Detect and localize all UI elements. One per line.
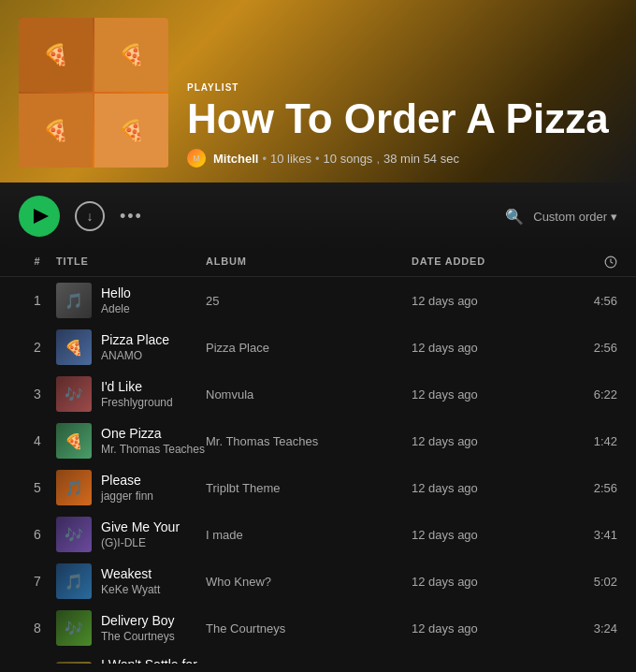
track-artist-1: Adele <box>101 302 131 315</box>
track-artist-7: KeKe Wyatt <box>101 583 160 596</box>
search-icon[interactable]: 🔍 <box>505 208 524 226</box>
tracks-list: 1 🎵 Hello Adele 25 12 days ago 4:56 2 🍕 … <box>0 277 636 664</box>
track-duration-8: 3:24 <box>561 621 617 635</box>
more-button[interactable]: ••• <box>120 207 143 226</box>
track-album-3: Nomvula <box>206 387 412 402</box>
track-info-6: 🎶 Give Me Your (G)I-DLE <box>56 517 206 552</box>
dot-2: • <box>315 152 320 166</box>
track-album-4: Mr. Thomas Teaches <box>206 434 412 448</box>
track-date-3: 12 days ago <box>412 387 561 402</box>
track-name-6: Give Me Your <box>101 519 180 534</box>
likes-count: 10 likes <box>270 152 311 166</box>
track-row[interactable]: 7 🎵 Weakest KeKe Wyatt Who Knew? 12 days… <box>0 558 636 605</box>
track-artist-3: Freshlyground <box>101 396 173 409</box>
track-num-2: 2 <box>19 340 56 355</box>
track-name-1: Hello <box>101 285 131 300</box>
play-button[interactable] <box>19 196 60 237</box>
avatar: M <box>187 149 206 168</box>
hero-section: 🍕 🍕 🍕 🍕 PLAYLIST How To Order A Pizza M … <box>0 0 636 183</box>
track-info-7: 🎵 Weakest KeKe Wyatt <box>56 563 206 599</box>
track-text-5: Please jagger finn <box>101 473 153 503</box>
track-name-8: Delivery Boy <box>101 613 175 628</box>
pizza-cell-4: 🍕 <box>94 94 168 168</box>
track-num-4: 4 <box>19 433 56 448</box>
track-artist-2: ANAMO <box>101 349 169 362</box>
hero-info: PLAYLIST How To Order A Pizza M Mitchell… <box>187 82 609 168</box>
hero-meta: M Mitchell • 10 likes • 10 songs , 38 mi… <box>187 149 609 168</box>
download-button[interactable]: ↓ <box>75 201 105 231</box>
track-name-7: Weakest <box>101 566 160 581</box>
track-name-3: I'd Like <box>101 379 173 394</box>
track-name-5: Please <box>101 473 153 488</box>
track-num-1: 1 <box>19 293 56 308</box>
track-duration-7: 5:02 <box>561 575 617 589</box>
track-text-4: One Pizza Mr. Thomas Teaches <box>101 426 205 456</box>
track-duration-2: 2:56 <box>561 341 617 355</box>
track-row[interactable]: 3 🎶 I'd Like Freshlyground Nomvula 12 da… <box>0 371 636 417</box>
duration: 38 min 54 sec <box>383 152 459 166</box>
dot-3: , <box>376 152 380 166</box>
track-duration-4: 1:42 <box>561 434 617 448</box>
track-text-1: Hello Adele <box>101 285 131 315</box>
track-text-3: I'd Like Freshlyground <box>101 379 173 409</box>
pizza-cell-3: 🍕 <box>19 94 93 168</box>
header-title: TITLE <box>56 256 206 270</box>
track-thumb-7: 🎵 <box>56 563 92 599</box>
track-info-5: 🎵 Please jagger finn <box>56 470 206 505</box>
track-row[interactable]: 6 🎶 Give Me Your (G)I-DLE I made 12 days… <box>0 511 636 558</box>
track-thumb-3: 🎶 <box>56 376 92 412</box>
controls-right: 🔍 Custom order ▾ <box>505 208 617 226</box>
track-duration-1: 4:56 <box>561 294 617 308</box>
track-row[interactable]: 9 🎵 I Won't Settle for Less Maree McRae … <box>0 651 636 664</box>
track-name-9: I Won't Settle for Less <box>101 657 206 664</box>
track-num-3: 3 <box>19 387 56 402</box>
track-duration-5: 2:56 <box>561 481 617 495</box>
track-row[interactable]: 8 🎶 Delivery Boy The Courtneys The Court… <box>0 605 636 651</box>
track-date-8: 12 days ago <box>412 621 561 635</box>
track-info-3: 🎶 I'd Like Freshlyground <box>56 376 206 412</box>
track-duration-3: 6:22 <box>561 387 617 402</box>
dot-1: • <box>262 152 267 166</box>
track-thumb-2: 🍕 <box>56 329 92 365</box>
playlist-label: PLAYLIST <box>187 82 609 93</box>
track-date-6: 12 days ago <box>412 528 561 542</box>
track-num-5: 5 <box>19 480 56 495</box>
track-thumb-4: 🍕 <box>56 423 92 459</box>
track-album-1: 25 <box>206 294 412 308</box>
track-text-2: Pizza Place ANAMO <box>101 332 169 362</box>
playlist-title: How To Order A Pizza <box>187 98 609 139</box>
track-row[interactable]: 2 🍕 Pizza Place ANAMO Pizza Place 12 day… <box>0 324 636 371</box>
track-date-4: 12 days ago <box>412 434 561 448</box>
track-album-5: Triplbt Theme <box>206 481 412 495</box>
track-text-6: Give Me Your (G)I-DLE <box>101 519 180 549</box>
track-album-7: Who Knew? <box>206 575 412 589</box>
pizza-cell-1: 🍕 <box>19 18 93 92</box>
track-date-5: 12 days ago <box>412 481 561 495</box>
track-name-2: Pizza Place <box>101 332 169 347</box>
track-thumb-8: 🎶 <box>56 610 92 646</box>
username[interactable]: Mitchell <box>213 152 258 166</box>
track-text-8: Delivery Boy The Courtneys <box>101 613 175 643</box>
track-artist-4: Mr. Thomas Teaches <box>101 443 205 456</box>
header-album: ALBUM <box>206 256 412 270</box>
track-text-7: Weakest KeKe Wyatt <box>101 566 160 596</box>
track-duration-6: 3:41 <box>561 528 617 542</box>
custom-order-button[interactable]: Custom order ▾ <box>533 210 617 224</box>
track-row[interactable]: 4 🍕 One Pizza Mr. Thomas Teaches Mr. Tho… <box>0 417 636 464</box>
track-thumb-9: 🎵 <box>56 662 92 664</box>
custom-order-label: Custom order <box>533 210 607 224</box>
track-row[interactable]: 1 🎵 Hello Adele 25 12 days ago 4:56 <box>0 277 636 324</box>
track-artist-6: (G)I-DLE <box>101 536 180 549</box>
chevron-down-icon: ▾ <box>611 210 617 224</box>
track-date-1: 12 days ago <box>412 294 561 308</box>
track-info-1: 🎵 Hello Adele <box>56 283 206 318</box>
track-thumb-6: 🎶 <box>56 517 92 552</box>
track-name-4: One Pizza <box>101 426 205 441</box>
track-thumb-1: 🎵 <box>56 283 92 318</box>
track-info-4: 🍕 One Pizza Mr. Thomas Teaches <box>56 423 206 459</box>
track-row[interactable]: 5 🎵 Please jagger finn Triplbt Theme 12 … <box>0 464 636 511</box>
header-date: DATE ADDED <box>412 256 561 270</box>
track-thumb-5: 🎵 <box>56 470 92 505</box>
track-album-8: The Courtneys <box>206 621 412 635</box>
table-header: # TITLE ALBUM DATE ADDED <box>0 250 636 277</box>
